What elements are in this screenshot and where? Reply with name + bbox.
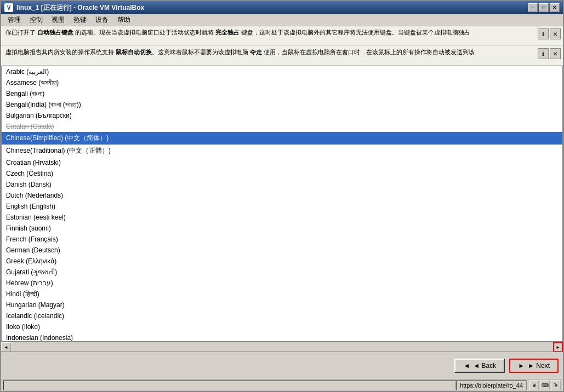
bottom-area: ◄ ◄ Back ► ► Next bbox=[1, 351, 563, 379]
language-list-item[interactable]: Gujarati (ગુજરાતી) bbox=[2, 267, 562, 278]
language-list-item[interactable]: Croatian (Hrvatski) bbox=[2, 157, 562, 168]
status-url: https://biolerplate/ro_44 bbox=[460, 382, 523, 389]
language-list-item[interactable]: Czech (Čeština) bbox=[2, 168, 562, 179]
maximize-button[interactable]: □ bbox=[539, 3, 549, 12]
language-list-item[interactable]: German (Deutsch) bbox=[2, 245, 562, 256]
status-icon-2[interactable]: ⌨ bbox=[540, 381, 550, 390]
language-list-item[interactable]: Chinese(Simplified) (中文（简体）) bbox=[2, 132, 562, 145]
language-list-item[interactable]: Assamese (অসমীয়া) bbox=[2, 77, 562, 88]
close-button[interactable]: ✕ bbox=[550, 3, 560, 12]
language-list-item[interactable]: Iloko (Iloko) bbox=[2, 321, 562, 332]
language-list-item[interactable]: Hungarian (Magyar) bbox=[2, 299, 562, 310]
language-list-item[interactable]: French (Français) bbox=[2, 234, 562, 245]
menu-device[interactable]: 设备 bbox=[91, 14, 113, 26]
language-list-item[interactable]: Bengali (বাংলা) bbox=[2, 88, 562, 99]
next-label: ► Next bbox=[528, 362, 550, 370]
window-controls: ─ □ ✕ bbox=[528, 3, 560, 12]
back-arrow-icon: ◄ bbox=[463, 362, 470, 370]
back-button[interactable]: ◄ ◄ Back bbox=[454, 359, 505, 373]
language-list-wrapper: Arabic (العربية)Assamese (অসমীয়া)Bengal… bbox=[1, 66, 563, 342]
notif-close-icon-1[interactable]: ✕ bbox=[550, 28, 561, 39]
next-arrow-icon: ► bbox=[518, 362, 525, 370]
notif-bold-2a: 鼠标自动切换 bbox=[116, 49, 152, 55]
notif-icons-1: ℹ ✕ bbox=[538, 28, 561, 39]
notif-bold-1a: 自动独占键盘 bbox=[37, 29, 73, 36]
list-bottom-scrollbar: ◄ ► bbox=[1, 342, 563, 351]
language-list-item[interactable]: Hindi (हिन्दी) bbox=[2, 289, 562, 299]
notif-text-1: 你已打开了 自动独占键盘 的选项。现在当该虚拟电脑窗口处于活动状态时就将 完全独… bbox=[5, 29, 470, 36]
menu-bar: 管理 控制 视图 热键 设备 帮助 bbox=[1, 14, 563, 26]
language-list-item[interactable]: Catalan (Català) bbox=[2, 121, 562, 132]
notif-content-1: 你已打开了 自动独占键盘 的选项。现在当该虚拟电脑窗口处于活动状态时就将 完全独… bbox=[5, 28, 559, 37]
menu-help[interactable]: 帮助 bbox=[113, 14, 135, 26]
notif-info-icon-1[interactable]: ℹ bbox=[538, 28, 549, 39]
next-button[interactable]: ► ► Next bbox=[509, 359, 559, 373]
language-list-item[interactable]: Bengali(India) (বাংলা (ভারত)) bbox=[2, 99, 562, 110]
notif-icons-2: ℹ ✕ bbox=[538, 48, 561, 59]
notification-bar-2: 虚拟电脑报告其内所安装的操作系统支持 鼠标自动切换。这意味着鼠标不需要为该虚拟电… bbox=[1, 46, 563, 66]
notif-close-icon-2[interactable]: ✕ bbox=[550, 48, 561, 59]
status-right: https://biolerplate/ro_44 bbox=[456, 381, 527, 390]
notif-bold-1b: 完全独占 bbox=[215, 29, 240, 36]
notification-bar-1: 你已打开了 自动独占键盘 的选项。现在当该虚拟电脑窗口处于活动状态时就将 完全独… bbox=[1, 26, 563, 46]
language-list-item[interactable]: Finnish (suomi) bbox=[2, 223, 562, 234]
language-list-item[interactable]: Indonesian (Indonesia) bbox=[2, 332, 562, 341]
menu-view[interactable]: 视图 bbox=[47, 14, 69, 26]
language-list-item[interactable]: Bulgarian (Български) bbox=[2, 110, 562, 121]
language-list-item[interactable]: Greek (Ελληνικά) bbox=[2, 256, 562, 267]
menu-manage[interactable]: 管理 bbox=[3, 14, 25, 26]
status-icons: 🖥 ⌨ 🖱 bbox=[529, 381, 561, 390]
notif-bold-2b: 夺走 bbox=[250, 49, 262, 55]
window-title: linux_1 [正在运行] - Oracle VM VirtualBox bbox=[16, 3, 528, 13]
language-list-item[interactable]: Chinese(Traditional) (中文（正體）) bbox=[2, 145, 562, 157]
minimize-button[interactable]: ─ bbox=[528, 3, 538, 12]
menu-hotkey[interactable]: 热键 bbox=[69, 14, 91, 26]
scroll-right-btn[interactable]: ► bbox=[553, 342, 563, 351]
menu-control[interactable]: 控制 bbox=[25, 14, 47, 26]
language-list-item[interactable]: Danish (Dansk) bbox=[2, 179, 562, 190]
status-icon-1[interactable]: 🖥 bbox=[529, 381, 539, 390]
window-icon: V bbox=[4, 3, 13, 12]
language-list-item[interactable]: Arabic (العربية) bbox=[2, 66, 562, 77]
language-list-item[interactable]: English (English) bbox=[2, 201, 562, 212]
notif-text-2: 虚拟电脑报告其内所安装的操作系统支持 鼠标自动切换。这意味着鼠标不需要为该虚拟电… bbox=[5, 49, 475, 55]
main-content: Arabic (العربية)Assamese (অসমীয়া)Bengal… bbox=[1, 66, 563, 351]
notif-content-2: 虚拟电脑报告其内所安装的操作系统支持 鼠标自动切换。这意味着鼠标不需要为该虚拟电… bbox=[5, 48, 559, 56]
language-list-scroll[interactable]: Arabic (العربية)Assamese (অসমীয়া)Bengal… bbox=[2, 66, 562, 341]
notif-info-icon-2[interactable]: ℹ bbox=[538, 48, 549, 59]
status-left bbox=[3, 381, 456, 390]
title-bar: V linux_1 [正在运行] - Oracle VM VirtualBox … bbox=[1, 1, 563, 14]
language-list-item[interactable]: Icelandic (Icelandic) bbox=[2, 310, 562, 321]
scroll-track bbox=[11, 342, 553, 351]
main-window: V linux_1 [正在运行] - Oracle VM VirtualBox … bbox=[0, 0, 564, 392]
status-icon-3[interactable]: 🖱 bbox=[551, 381, 561, 390]
scroll-left-btn[interactable]: ◄ bbox=[1, 342, 11, 351]
status-bar: https://biolerplate/ro_44 🖥 ⌨ 🖱 bbox=[1, 379, 563, 391]
back-label: ◄ Back bbox=[473, 362, 496, 370]
language-list-item[interactable]: Dutch (Nederlands) bbox=[2, 190, 562, 201]
language-list-item[interactable]: Hebrew (עברית) bbox=[2, 278, 562, 289]
language-list-item[interactable]: Estonian (eesti keel) bbox=[2, 212, 562, 223]
